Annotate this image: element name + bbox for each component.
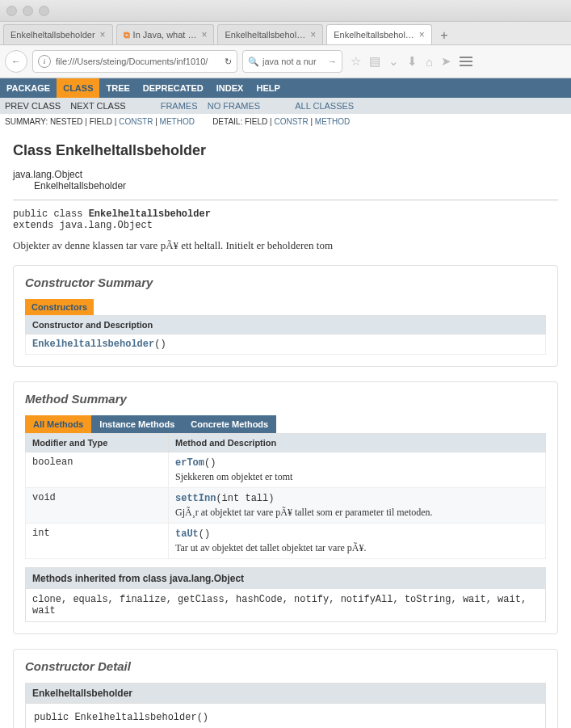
tab-all-methods[interactable]: All Methods: [25, 415, 91, 433]
method-type: boolean: [26, 452, 169, 488]
tab-instance-methods[interactable]: Instance Methods: [91, 415, 183, 433]
calendar-icon[interactable]: ▤: [369, 54, 380, 69]
detail-constr-link[interactable]: CONSTR: [274, 117, 308, 126]
frames-link[interactable]: FRAMES: [161, 101, 198, 111]
detail-method-link[interactable]: METHOD: [315, 117, 350, 126]
method-args: (): [199, 528, 210, 540]
table-row: boolean erTom() Sjekkeren om objektet er…: [26, 452, 546, 488]
method-type: int: [26, 524, 169, 559]
constructor-args: (): [154, 339, 166, 350]
noframes-link[interactable]: NO FRAMES: [208, 101, 260, 111]
tab-label: Enkelheltallsbehol…: [225, 30, 305, 40]
bookmark-star-icon[interactable]: ☆: [351, 54, 361, 69]
close-icon[interactable]: ×: [100, 30, 106, 40]
send-icon[interactable]: ➤: [441, 54, 451, 69]
col-header: Modifier and Type: [26, 434, 169, 452]
nav-class[interactable]: CLASS: [57, 78, 99, 98]
search-go-icon[interactable]: →: [328, 57, 337, 66]
site-info-icon[interactable]: i: [38, 55, 51, 68]
class-description: Objekter av denne klassen tar vare pÃ¥ e…: [13, 239, 558, 252]
minimize-traffic-light[interactable]: [23, 6, 33, 16]
method-args: (): [204, 457, 216, 469]
download-icon[interactable]: ⬇: [407, 54, 418, 69]
zoom-traffic-light[interactable]: [39, 6, 49, 16]
search-bar[interactable]: 🔍 java not a nur →: [242, 50, 342, 73]
nav-tree[interactable]: TREE: [99, 78, 136, 98]
class-signature: public class Enkelheltallsbeholder exten…: [13, 208, 558, 231]
new-tab-button[interactable]: +: [435, 27, 453, 44]
nav-index[interactable]: INDEX: [210, 78, 250, 98]
method-args: (int tall): [216, 493, 274, 504]
section-title: Constructor Summary: [25, 276, 546, 289]
this-class: Enkelheltallsbeholder: [13, 180, 558, 191]
table-caption: Constructors: [25, 299, 94, 315]
col-header: Method and Description: [169, 434, 546, 452]
browser-tab-0[interactable]: Enkelheltallsbeholder ×: [3, 24, 113, 44]
summary-constr-link[interactable]: CONSTR: [119, 117, 153, 126]
stackoverflow-icon: ⧉: [124, 30, 130, 40]
url-bar[interactable]: i file:///Users/steing/Documents/inf1010…: [32, 50, 237, 73]
search-text: java not a nur: [262, 57, 328, 66]
method-desc: Sjekkeren om objektet er tomt: [175, 471, 539, 483]
constructor-table: Constructor and Description Enkelheltall…: [25, 315, 546, 355]
back-button[interactable]: ←: [5, 50, 27, 73]
toolbar-icons: ☆ ▤ ⌄ ⬇ ⌂ ➤: [351, 54, 451, 69]
method-table: Modifier and Type Method and Description…: [25, 433, 546, 559]
javadoc-subnav-2: SUMMARY: NESTED | FIELD | CONSTR | METHO…: [0, 114, 571, 129]
allclasses-link[interactable]: ALL CLASSES: [295, 101, 354, 111]
pocket-icon[interactable]: ⌄: [388, 54, 399, 69]
next-class-link[interactable]: NEXT CLASS: [70, 101, 125, 111]
home-icon[interactable]: ⌂: [426, 55, 433, 69]
detail-field: FIELD: [245, 117, 267, 126]
browser-tab-1[interactable]: ⧉ In Java, what … ×: [116, 24, 215, 44]
tab-label: In Java, what …: [133, 30, 197, 40]
method-link[interactable]: taUt: [175, 528, 199, 540]
nav-deprecated[interactable]: DEPRECATED: [136, 78, 210, 98]
method-type: void: [26, 488, 169, 524]
inherited-methods: Methods inherited from class java.lang.O…: [25, 567, 546, 622]
browser-window: Enkelheltallsbeholder × ⧉ In Java, what …: [0, 0, 571, 728]
summary-nested: NESTED: [50, 117, 83, 126]
menu-button[interactable]: [460, 57, 472, 66]
table-row: void settInn(int tall) GjÃ¸r at objektet…: [26, 488, 546, 524]
constructor-detail: Constructor Detail Enkelheltallsbeholder…: [13, 649, 558, 728]
tab-label: Enkelheltallsbehol…: [334, 30, 414, 40]
method-desc: GjÃ¸r at objektet tar vare pÃ¥ tallet so…: [175, 507, 539, 519]
tab-label: Enkelheltallsbeholder: [10, 30, 95, 40]
nav-help[interactable]: HELP: [250, 78, 286, 98]
inherited-list: clone, equals, finalize, getClass, hashC…: [26, 589, 545, 621]
table-row: int taUt() Tar ut av objektet det tallet…: [26, 524, 546, 559]
method-summary: Method Summary All Methods Instance Meth…: [13, 381, 558, 634]
browser-tab-3[interactable]: Enkelheltallsbehol… ×: [326, 24, 432, 44]
nav-toolbar: ← i file:///Users/steing/Documents/inf10…: [0, 45, 571, 78]
close-traffic-light[interactable]: [6, 6, 17, 16]
reload-icon[interactable]: ↻: [225, 57, 232, 67]
inherited-title: Methods inherited from class java.lang.O…: [26, 568, 545, 589]
constructor-summary: Constructor Summary Constructors Constru…: [13, 265, 558, 367]
tab-bar: Enkelheltallsbeholder × ⧉ In Java, what …: [0, 22, 571, 45]
method-tabs: All Methods Instance Methods Concrete Me…: [25, 415, 546, 433]
sig-extends: extends java.lang.Object: [13, 220, 153, 231]
close-icon[interactable]: ×: [419, 30, 425, 40]
detail-label: DETAIL:: [212, 117, 242, 126]
close-icon[interactable]: ×: [201, 30, 207, 40]
javadoc-body: Class Enkelheltallsbeholder java.lang.Ob…: [0, 129, 571, 728]
javadoc-subnav: PREV CLASS NEXT CLASS FRAMES NO FRAMES A…: [0, 98, 571, 114]
constructor-link[interactable]: Enkelheltallsbeholder: [32, 339, 154, 350]
col-header: Constructor and Description: [26, 316, 546, 335]
method-link[interactable]: erTom: [175, 457, 204, 469]
tab-concrete-methods[interactable]: Concrete Methods: [183, 415, 276, 433]
method-link[interactable]: settInn: [175, 493, 216, 504]
search-icon: 🔍: [248, 57, 259, 67]
inheritance-tree: java.lang.Object Enkelheltallsbeholder: [13, 169, 558, 191]
summary-method-link[interactable]: METHOD: [160, 117, 195, 126]
prev-class-link[interactable]: PREV CLASS: [5, 101, 61, 111]
browser-tab-2[interactable]: Enkelheltallsbehol… ×: [217, 24, 323, 44]
page-viewport[interactable]: PACKAGE CLASS TREE DEPRECATED INDEX HELP…: [0, 78, 571, 728]
sig-name: Enkelheltallsbeholder: [89, 208, 211, 220]
detail-signature: public Enkelheltallsbeholder(): [34, 712, 537, 723]
section-title: Method Summary: [25, 392, 546, 406]
close-icon[interactable]: ×: [310, 30, 316, 40]
nav-package[interactable]: PACKAGE: [0, 78, 57, 98]
url-text: file:///Users/steing/Documents/inf1010/: [56, 57, 220, 66]
